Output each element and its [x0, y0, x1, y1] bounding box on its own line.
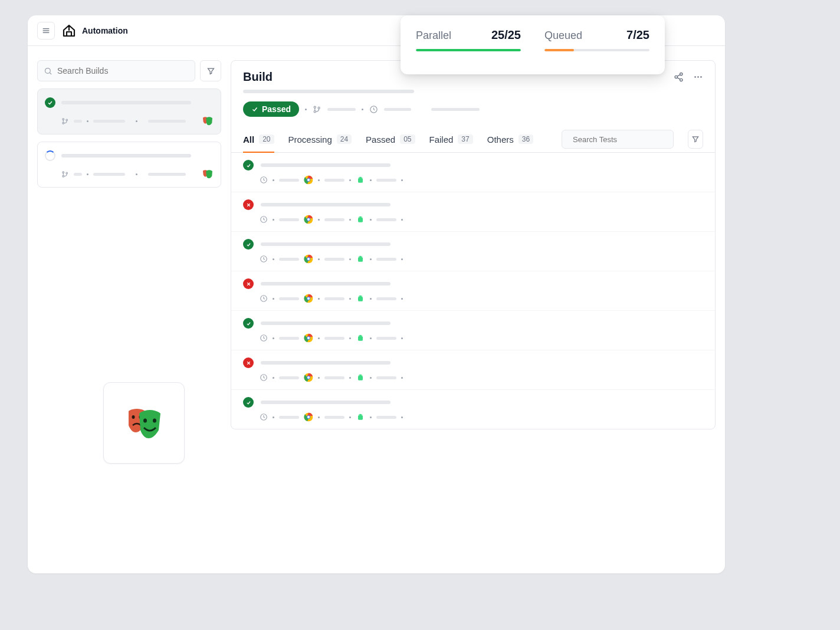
svg-point-28 [307, 179, 310, 181]
status-running-icon [45, 150, 55, 161]
tab-passed[interactable]: Passed 05 [366, 127, 415, 153]
status-passed-icon [243, 239, 254, 250]
test-row[interactable] [231, 232, 715, 271]
svg-point-73 [132, 415, 135, 419]
search-builds-input[interactable] [37, 60, 195, 81]
test-row[interactable] [231, 271, 715, 311]
svg-line-14 [677, 75, 680, 77]
svg-point-10 [66, 172, 68, 173]
svg-point-42 [307, 258, 310, 260]
svg-point-70 [307, 416, 310, 418]
build-title: Build [243, 70, 273, 84]
filter-tests-button[interactable] [688, 130, 703, 149]
stat-parallel-bar [416, 49, 521, 51]
clock-icon [260, 255, 268, 263]
logo: Automation [62, 24, 128, 38]
android-icon [356, 175, 365, 185]
svg-point-12 [675, 76, 677, 78]
check-icon [251, 106, 258, 113]
status-failed-icon [243, 357, 254, 368]
stat-parallel: Parallel 25/25 [416, 28, 521, 64]
masks-icon [202, 116, 214, 126]
chrome-icon [304, 373, 313, 382]
clock-icon [260, 373, 268, 382]
android-icon [356, 373, 365, 382]
chrome-icon [304, 412, 313, 422]
svg-line-4 [50, 73, 51, 74]
test-row[interactable] [231, 390, 715, 429]
status-failed-icon [243, 199, 254, 210]
stat-queued: Queued 7/25 [544, 28, 649, 64]
tab-count: 05 [400, 134, 415, 144]
build-card[interactable] [37, 88, 221, 134]
clock-icon [260, 334, 268, 342]
branch-icon [313, 105, 321, 114]
house-logo-icon [62, 24, 76, 38]
svg-point-19 [314, 106, 316, 108]
tab-failed[interactable]: Failed 37 [429, 127, 473, 153]
framework-logo-card [103, 382, 185, 464]
tab-label: Failed [429, 134, 454, 145]
test-row[interactable] [231, 192, 715, 232]
stat-queued-label: Queued [544, 29, 582, 42]
svg-point-16 [694, 76, 696, 78]
tab-label: Others [487, 134, 514, 145]
tab-count: 20 [259, 134, 274, 144]
more-button[interactable] [693, 72, 703, 82]
svg-point-43 [359, 257, 360, 257]
svg-point-65 [359, 375, 360, 376]
stat-parallel-value: 25/25 [491, 28, 521, 42]
filter-builds-button[interactable] [200, 60, 221, 81]
tab-others[interactable]: Others 36 [487, 127, 533, 153]
share-icon [674, 72, 684, 82]
status-passed-icon [243, 397, 254, 408]
svg-point-76 [153, 419, 156, 423]
build-panel: Build [231, 60, 716, 429]
chrome-icon [304, 215, 313, 224]
svg-point-66 [361, 375, 362, 376]
svg-point-51 [359, 296, 360, 297]
svg-point-56 [307, 337, 310, 339]
status-passed-icon [243, 160, 254, 170]
svg-point-18 [700, 76, 702, 78]
more-icon [693, 72, 703, 82]
svg-point-72 [361, 415, 362, 415]
android-icon [356, 294, 365, 303]
svg-point-29 [359, 178, 360, 178]
chrome-icon [304, 175, 313, 185]
svg-line-15 [677, 78, 680, 80]
menu-button[interactable] [37, 22, 55, 40]
svg-point-75 [143, 419, 147, 423]
tabs: All 20 Processing 24 Passed 05 Failed 37… [231, 126, 715, 153]
tab-count: 37 [458, 134, 472, 144]
masks-icon [123, 405, 165, 441]
clock-icon [260, 413, 268, 421]
app-window: Automation Parallel 25/25 Queued 7/25 [28, 15, 725, 573]
status-badge: Passed [243, 101, 299, 117]
app-title: Automation [82, 26, 128, 35]
tab-all[interactable]: All 20 [243, 127, 274, 153]
sidebar [37, 60, 221, 564]
svg-point-58 [361, 336, 362, 336]
stats-card: Parallel 25/25 Queued 7/25 [401, 15, 665, 74]
tab-processing[interactable]: Processing 24 [288, 127, 352, 153]
branch-icon [61, 170, 69, 178]
svg-point-5 [63, 118, 64, 120]
android-icon [356, 215, 365, 224]
android-icon [356, 254, 365, 264]
share-button[interactable] [674, 72, 684, 82]
clock-icon [260, 294, 268, 303]
clock-icon [369, 105, 378, 114]
svg-point-3 [45, 68, 51, 73]
search-tests-input[interactable] [562, 130, 674, 149]
test-row[interactable] [231, 311, 715, 350]
stat-queued-value: 7/25 [626, 28, 649, 42]
svg-point-30 [361, 178, 362, 178]
build-card[interactable] [37, 142, 221, 188]
test-row[interactable] [231, 153, 715, 192]
body: Build [28, 46, 725, 573]
main: Build [231, 60, 716, 564]
clock-icon [260, 215, 268, 224]
svg-point-21 [318, 107, 320, 109]
test-row[interactable] [231, 350, 715, 390]
